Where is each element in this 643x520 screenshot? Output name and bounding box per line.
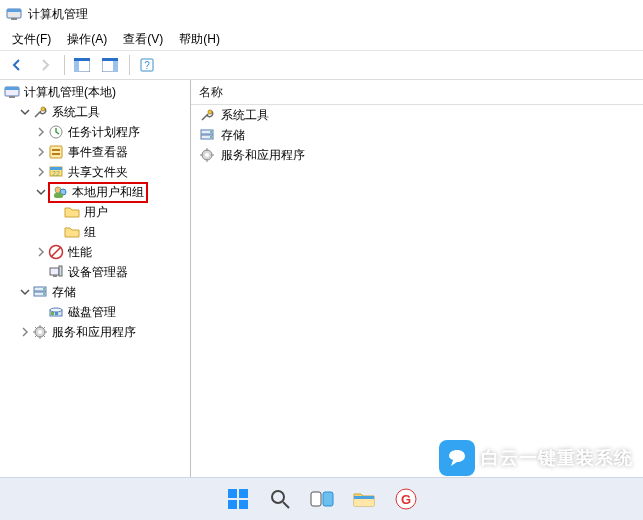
svg-point-44 bbox=[210, 136, 212, 138]
app-icon bbox=[6, 6, 22, 22]
taskbar: G bbox=[0, 477, 643, 520]
menu-view[interactable]: 查看(V) bbox=[115, 29, 171, 50]
performance-icon bbox=[48, 244, 64, 260]
list-item[interactable]: 存储 bbox=[191, 125, 643, 145]
list-item[interactable]: 服务和应用程序 bbox=[191, 145, 643, 165]
menubar: 文件(F) 操作(A) 查看(V) 帮助(H) bbox=[0, 28, 643, 51]
svg-point-43 bbox=[210, 131, 212, 133]
svg-line-53 bbox=[283, 502, 289, 508]
tree-label: 组 bbox=[84, 224, 96, 241]
explorer-button[interactable] bbox=[347, 482, 381, 516]
tree-event-viewer[interactable]: 事件查看器 bbox=[0, 142, 190, 162]
svg-point-52 bbox=[272, 491, 284, 503]
disk-icon bbox=[48, 304, 64, 320]
tree-services-apps[interactable]: 服务和应用程序 bbox=[0, 322, 190, 342]
svg-rect-16 bbox=[50, 146, 62, 158]
forward-button[interactable] bbox=[32, 53, 58, 77]
chevron-right-icon[interactable] bbox=[18, 327, 32, 337]
svg-text:22: 22 bbox=[52, 170, 60, 177]
tree-label: 本地用户和组 bbox=[72, 184, 144, 201]
list-item-label: 服务和应用程序 bbox=[221, 147, 305, 164]
svg-point-32 bbox=[43, 288, 45, 290]
svg-point-40 bbox=[208, 110, 212, 114]
shared-folder-icon: 22 bbox=[48, 164, 64, 180]
show-hide-tree-button[interactable] bbox=[69, 53, 95, 77]
chevron-right-icon[interactable] bbox=[34, 127, 48, 137]
menu-help[interactable]: 帮助(H) bbox=[171, 29, 228, 50]
svg-text:?: ? bbox=[144, 60, 150, 71]
svg-rect-12 bbox=[5, 87, 19, 90]
tools-icon bbox=[32, 104, 48, 120]
tree-label: 设备管理器 bbox=[68, 264, 128, 281]
svg-rect-28 bbox=[53, 275, 57, 277]
tree-label: 磁盘管理 bbox=[68, 304, 116, 321]
services-icon bbox=[32, 324, 48, 340]
chevron-down-icon[interactable] bbox=[34, 187, 48, 197]
chevron-down-icon[interactable] bbox=[18, 287, 32, 297]
tree-storage[interactable]: 存储 bbox=[0, 282, 190, 302]
watermark-text: 白云一键重装系统 bbox=[481, 446, 633, 470]
column-header-name[interactable]: 名称 bbox=[191, 80, 643, 105]
tree-device-manager[interactable]: 设备管理器 bbox=[0, 262, 190, 282]
toolbar: ? bbox=[0, 51, 643, 80]
chevron-right-icon[interactable] bbox=[34, 167, 48, 177]
window-title: 计算机管理 bbox=[28, 6, 88, 23]
services-icon bbox=[199, 147, 215, 163]
svg-text:G: G bbox=[400, 492, 410, 507]
pinned-app-button[interactable]: G bbox=[389, 482, 423, 516]
compmgmt-window: 计算机管理 文件(F) 操作(A) 查看(V) 帮助(H) bbox=[0, 0, 643, 520]
start-button[interactable] bbox=[221, 482, 255, 516]
svg-rect-51 bbox=[239, 500, 248, 509]
details-pane: 名称 系统工具 存储 服务和应用程序 bbox=[191, 80, 643, 480]
back-button[interactable] bbox=[4, 53, 30, 77]
task-view-button[interactable] bbox=[305, 482, 339, 516]
list-item-label: 系统工具 bbox=[221, 107, 269, 124]
help-button[interactable]: ? bbox=[134, 53, 160, 77]
storage-icon bbox=[32, 284, 48, 300]
titlebar: 计算机管理 bbox=[0, 0, 643, 28]
toolbar-separator bbox=[64, 55, 65, 75]
highlight-annotation: 本地用户和组 bbox=[48, 182, 148, 203]
tree-groups[interactable]: 组 bbox=[0, 222, 190, 242]
svg-point-35 bbox=[50, 308, 62, 312]
navigation-tree[interactable]: 计算机管理(本地) 系统工具 任务计划程序 bbox=[0, 80, 191, 480]
svg-rect-18 bbox=[52, 153, 60, 155]
svg-rect-5 bbox=[74, 58, 90, 61]
tree-shared-folders[interactable]: 22 共享文件夹 bbox=[0, 162, 190, 182]
chevron-right-icon[interactable] bbox=[34, 147, 48, 157]
tree-users[interactable]: 用户 bbox=[0, 202, 190, 222]
svg-rect-24 bbox=[54, 193, 63, 198]
event-icon bbox=[48, 144, 64, 160]
tree-performance[interactable]: 性能 bbox=[0, 242, 190, 262]
svg-rect-17 bbox=[52, 149, 60, 151]
menu-action[interactable]: 操作(A) bbox=[59, 29, 115, 50]
menu-file[interactable]: 文件(F) bbox=[4, 29, 59, 50]
tree-task-scheduler[interactable]: 任务计划程序 bbox=[0, 122, 190, 142]
svg-rect-57 bbox=[354, 496, 374, 499]
tree-label: 存储 bbox=[52, 284, 76, 301]
list-item-label: 存储 bbox=[221, 127, 245, 144]
tree-disk-management[interactable]: 磁盘管理 bbox=[0, 302, 190, 322]
svg-rect-49 bbox=[239, 489, 248, 498]
svg-rect-50 bbox=[228, 500, 237, 509]
svg-rect-55 bbox=[323, 492, 333, 506]
svg-point-46 bbox=[205, 153, 209, 157]
tree-system-tools[interactable]: 系统工具 bbox=[0, 102, 190, 122]
content-area: 计算机管理(本地) 系统工具 任务计划程序 bbox=[0, 80, 643, 480]
clock-icon bbox=[48, 124, 64, 140]
tree-root[interactable]: 计算机管理(本地) bbox=[0, 82, 190, 102]
chevron-down-icon[interactable] bbox=[18, 107, 32, 117]
svg-rect-13 bbox=[9, 96, 15, 98]
svg-line-26 bbox=[51, 247, 61, 257]
search-button[interactable] bbox=[263, 482, 297, 516]
device-icon bbox=[48, 264, 64, 280]
svg-point-33 bbox=[43, 293, 45, 295]
svg-rect-2 bbox=[11, 18, 17, 20]
list-item[interactable]: 系统工具 bbox=[191, 105, 643, 125]
svg-rect-48 bbox=[228, 489, 237, 498]
tree-local-users-groups[interactable]: 本地用户和组 bbox=[0, 182, 190, 202]
properties-button[interactable] bbox=[97, 53, 123, 77]
tools-icon bbox=[199, 107, 215, 123]
tree-label: 计算机管理(本地) bbox=[24, 84, 116, 101]
chevron-right-icon[interactable] bbox=[34, 247, 48, 257]
